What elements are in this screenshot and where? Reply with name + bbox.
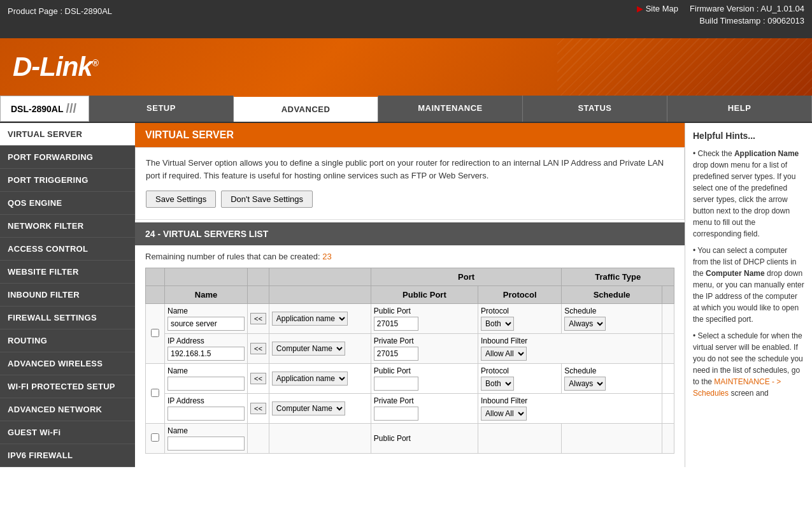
row1-checkbox[interactable] (151, 329, 159, 337)
sidebar-item-inbound-filter[interactable]: INBOUND FILTER (0, 284, 135, 307)
top-bar: Product Page : DSL-2890AL ▶Site Map Firm… (0, 0, 812, 38)
help-hint-3: • Select a schedule for when the virtual… (693, 330, 804, 399)
row2-ip-arrow-cell: << (248, 394, 269, 424)
row2-name-input[interactable] (167, 377, 245, 391)
row1-arrow-button[interactable]: << (250, 313, 266, 324)
sidebar-item-guest-wifi[interactable]: GUEST Wi-Fi (0, 421, 135, 444)
row2-inbound-cell: Inbound Filter Allow All (478, 394, 662, 424)
row1-inbound-select[interactable]: Allow All (481, 347, 527, 361)
row2-computer-select[interactable]: Computer Name (272, 401, 345, 415)
th-traffic: Traffic Type (562, 268, 674, 286)
sidebar-item-firewall-settings[interactable]: FIREWALL SETTINGS (0, 307, 135, 329)
sidebar-item-qos-engine[interactable]: QOS ENGINE (0, 192, 135, 215)
sidebar-item-port-triggering[interactable]: PORT TRIGGERING (0, 169, 135, 192)
row2-checkbox[interactable] (151, 389, 159, 397)
row1-ip-arrow-cell: << (248, 334, 269, 364)
sidebar-item-port-forwarding[interactable]: PORT FORWARDING (0, 146, 135, 169)
th-port: Port (371, 268, 561, 286)
sidebar-item-ipv6-firewall[interactable]: IPV6 FIREWALL (0, 444, 135, 467)
row2-schedule-select[interactable]: Always (564, 377, 606, 391)
row2-computer-cell: Computer Name (269, 394, 371, 424)
row1-ip-input[interactable] (167, 347, 245, 361)
device-name: DSL-2890AL (11, 104, 63, 114)
sidebar-item-network-filter[interactable]: NETWORK FILTER (0, 215, 135, 238)
row2-ip-input[interactable] (167, 407, 245, 421)
row3-name-label: Name (167, 426, 245, 435)
row2-pubport-label: Public Port (374, 366, 475, 375)
page-title: VIRTUAL SERVER (145, 129, 234, 140)
row1-protocol-label: Protocol (481, 307, 559, 315)
sitemap-link[interactable]: Site Map (646, 4, 678, 13)
dlink-logo: D-Link® (13, 52, 98, 82)
firmware-info: ▶Site Map Firmware Version : AU_1.01.04 (637, 4, 804, 13)
th-pub-port: Public Port (371, 286, 478, 304)
row2-pubport-input[interactable] (374, 377, 418, 391)
help-hint-2: • You can select a computer from the lis… (693, 245, 804, 325)
row1-computer-select[interactable]: Computer Name (272, 342, 345, 356)
row1-privport-input[interactable] (374, 347, 418, 361)
dont-save-button[interactable]: Don't Save Settings (221, 191, 313, 208)
remaining-count: 23 (322, 252, 331, 261)
row2-pubport-cell: Public Port (371, 364, 478, 394)
th-name2: Name (165, 286, 248, 304)
row1-protocol-cell: Protocol Both TCP UDP (478, 304, 561, 334)
row1-schedule-select[interactable]: Always (564, 317, 606, 331)
button-row: Save Settings Don't Save Settings (146, 191, 674, 208)
row2-privport-label: Private Port (374, 396, 475, 405)
row3-protocol-cell (478, 424, 561, 454)
row1-privport-cell: Private Port (371, 334, 478, 364)
row2-inbound-select[interactable]: Allow All (481, 407, 527, 421)
sidebar-item-advanced-wireless[interactable]: ADVANCED WIRELESS (0, 352, 135, 375)
row3-arrow-cell (248, 424, 269, 454)
sidebar-item-routing[interactable]: ROUTING (0, 329, 135, 352)
row1-ip-label: IP Address (167, 336, 245, 345)
row1-empty-cell (662, 304, 674, 334)
content: VIRTUAL SERVER The Virtual Server option… (135, 123, 685, 467)
row3-name-input[interactable] (167, 437, 245, 451)
row2-schedule-label: Schedule (564, 366, 659, 375)
top-right-info: ▶Site Map Firmware Version : AU_1.01.04 … (637, 4, 804, 28)
row1-protocol-select[interactable]: Both TCP UDP (481, 317, 514, 331)
th-name (165, 268, 248, 286)
row1-computer-cell: Computer Name (269, 334, 371, 364)
table-row-3: Name Public Port (146, 424, 674, 454)
tab-maintenance[interactable]: MAINTENANCE (378, 96, 523, 122)
row1-app-select[interactable]: Application name (272, 312, 348, 326)
row1-name-input[interactable] (167, 317, 245, 331)
row3-checkbox[interactable] (151, 433, 159, 442)
table-area: Remaining number of rules that can be cr… (135, 245, 685, 460)
tab-setup[interactable]: SETUP (89, 96, 234, 122)
tab-advanced[interactable]: ADVANCED (234, 96, 378, 122)
th-arrow (248, 268, 269, 286)
row1-pubport-input[interactable] (374, 317, 418, 331)
tab-status[interactable]: STATUS (523, 96, 667, 122)
row2-app-select[interactable]: Application name (272, 372, 348, 386)
firmware-version: Firmware Version : AU_1.01.04 (690, 4, 804, 13)
virtual-servers-table: Port Traffic Type Name Public Port Proto… (145, 268, 674, 454)
row2-privport-cell: Private Port (371, 394, 478, 424)
sidebar-item-virtual-server[interactable]: VIRTUAL SERVER (0, 123, 135, 146)
tab-help[interactable]: HELP (667, 96, 812, 122)
help-panel: Helpful Hints... • Check the Application… (685, 123, 812, 467)
row2-ip-arrow-button[interactable]: << (250, 403, 266, 414)
row2-arrow-cell: << (248, 364, 269, 394)
sidebar: VIRTUAL SERVER PORT FORWARDING PORT TRIG… (0, 123, 135, 467)
row3-name-cell: Name (165, 424, 248, 454)
help-title: Helpful Hints... (693, 129, 804, 143)
sidebar-item-wifi-protected[interactable]: WI-FI PROTECTED SETUP (0, 375, 135, 398)
row1-ip-arrow-button[interactable]: << (250, 343, 266, 354)
row2-checkbox-cell (146, 364, 165, 424)
row2-protocol-select[interactable]: Both TCP UDP (481, 377, 514, 391)
row2-privport-input[interactable] (374, 407, 418, 421)
row2-empty2-cell (662, 394, 674, 424)
maintenance-schedules-link[interactable]: MAINTENANCE - > Schedules (693, 377, 781, 398)
row2-arrow-button[interactable]: << (250, 373, 266, 384)
sidebar-item-website-filter[interactable]: WEBSITE FILTER (0, 261, 135, 284)
row1-privport-label: Private Port (374, 336, 475, 345)
row1-checkbox-cell (146, 304, 165, 364)
row2-app-cell: Application name (269, 364, 371, 394)
sidebar-item-advanced-network[interactable]: ADVANCED NETWORK (0, 398, 135, 421)
save-settings-button[interactable]: Save Settings (146, 191, 216, 208)
row2-empty-cell (662, 364, 674, 394)
sidebar-item-access-control[interactable]: ACCESS CONTROL (0, 238, 135, 261)
